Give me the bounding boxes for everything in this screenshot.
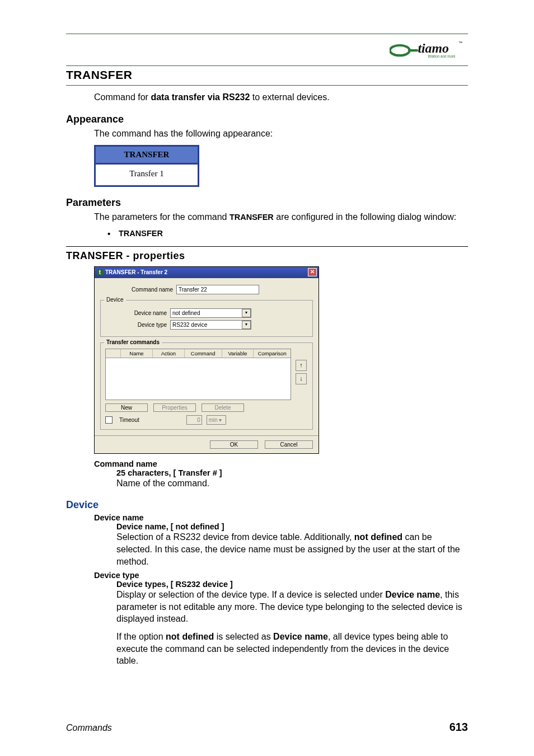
desc-device-type-p1: Display or selection of the device type.… [116, 589, 468, 625]
desc-device-name: Selection of a RS232 device from device … [116, 531, 468, 567]
label-command-name: Command name [100, 287, 173, 293]
text-bold: data transfer via RS232 [151, 92, 250, 102]
legend-transfer-commands: Transfer commands [104, 339, 162, 345]
input-command-name[interactable]: Transfer 22 [176, 285, 259, 294]
h3-command-name: Command name [94, 459, 468, 468]
chevron-down-icon: ▾ [242, 309, 251, 317]
bullet-label: TRANSFER [119, 229, 163, 238]
h2-transfer-properties: TRANSFER - properties [66, 250, 468, 262]
cmd-block-head: TRANSFER [96, 147, 198, 165]
spec-command-name: 25 characters, [ Transfer # ] [116, 468, 468, 477]
text: Display or selection of the device type.… [116, 590, 385, 599]
command-appearance-block: TRANSFER Transfer 1 [94, 145, 199, 187]
label-timeout: Timeout [119, 417, 139, 423]
h3-device-name: Device name [94, 513, 468, 522]
spec-device-type: Device types, [ RS232 device ] [116, 580, 468, 589]
text-bold: Device name [385, 590, 440, 599]
logo-tagline: titration and more [428, 54, 456, 58]
label-device-name: Device name [105, 310, 167, 316]
intro-text: Command for data transfer via RS232 to e… [94, 91, 468, 104]
text: to external devices. [250, 92, 329, 102]
h1-transfer: TRANSFER [66, 68, 468, 82]
dialog-titlebar: t TRANSFER - Transfer 2 ✕ [95, 267, 318, 278]
fieldset-device: Device Device name not defined ▾ Device … [100, 300, 313, 337]
col-variable: Variable [222, 349, 254, 358]
rule [66, 85, 468, 86]
select-timeout-unit[interactable]: min ▾ [207, 415, 226, 425]
delete-button[interactable]: Delete [202, 403, 244, 412]
select-value: RS232 device [172, 322, 207, 328]
logo-tm: ™ [458, 41, 462, 45]
logo-brand: tiamo [418, 41, 449, 55]
label-device-type: Device type [105, 322, 167, 328]
table-transfer-commands[interactable]: Name Action Command Variable Comparison [105, 349, 291, 400]
footer: Commands 613 [66, 721, 468, 734]
svg-point-0 [390, 45, 410, 55]
text: Selection of a RS232 device from device … [116, 532, 354, 542]
input-timeout-value[interactable]: 0 [186, 415, 202, 425]
text: The parameters for the command [94, 212, 229, 222]
text-bold: not defined [354, 532, 402, 542]
properties-button[interactable]: Properties [153, 403, 196, 412]
bullet-transfer: • TRANSFER [107, 229, 468, 238]
h2-parameters: Parameters [66, 197, 468, 209]
text: If the option [116, 632, 166, 641]
dialog-title: TRANSFER - Transfer 2 [105, 269, 167, 275]
select-device-type[interactable]: RS232 device ▾ [170, 320, 251, 330]
ok-button[interactable]: OK [210, 440, 258, 449]
text: are configured in the following dialog w… [274, 212, 456, 222]
new-button[interactable]: New [105, 403, 148, 412]
text: Command for [94, 92, 151, 102]
cancel-button[interactable]: Cancel [265, 440, 313, 449]
page-number: 613 [449, 721, 468, 734]
col-name: Name [121, 349, 153, 358]
move-down-button[interactable]: ↓ [296, 373, 307, 384]
checkbox-timeout[interactable] [105, 416, 113, 424]
text-bold: not defined [166, 632, 214, 641]
col-comparison: Comparison [254, 349, 291, 358]
legend-device: Device [104, 297, 126, 303]
h3-device-type: Device type [94, 571, 468, 580]
appearance-text: The command has the following appearance… [94, 128, 468, 140]
footer-section: Commands [66, 723, 112, 733]
text-bold: Device name [273, 632, 328, 641]
rule [66, 65, 468, 66]
chevron-down-icon: ▾ [219, 416, 226, 423]
text-bold: TRANSFER [229, 213, 274, 222]
h2-appearance: Appearance [66, 114, 468, 125]
col-action: Action [153, 349, 185, 358]
fieldset-transfer-commands: Transfer commands Name Action Command Va… [100, 342, 313, 430]
cmd-block-body: Transfer 1 [96, 165, 198, 185]
bullet-dot: • [107, 229, 119, 238]
table-header: Name Action Command Variable Comparison [106, 349, 291, 358]
move-up-button[interactable]: ↑ [296, 360, 307, 371]
h2-device: Device [66, 499, 468, 511]
dialog-app-icon: t [97, 269, 103, 275]
select-device-name[interactable]: not defined ▾ [170, 308, 251, 318]
select-value: not defined [172, 310, 200, 316]
close-icon[interactable]: ✕ [308, 268, 317, 276]
top-rule [66, 34, 468, 34]
text: is selected as [214, 632, 273, 641]
rule [66, 246, 468, 247]
parameters-text: The parameters for the command TRANSFER … [94, 211, 468, 223]
dialog-transfer-properties: t TRANSFER - Transfer 2 ✕ Command name T… [94, 266, 319, 454]
tiamo-logo: tiamo ™ titration and more [390, 39, 468, 60]
desc-command-name: Name of the command. [116, 477, 468, 490]
select-value: min [209, 416, 218, 424]
logo-row: tiamo ™ titration and more [66, 39, 468, 60]
chevron-down-icon: ▾ [242, 321, 251, 329]
spec-device-name: Device name, [ not defined ] [116, 522, 468, 531]
desc-device-type-p2: If the option not defined is selected as… [116, 631, 468, 667]
col-command: Command [185, 349, 222, 358]
